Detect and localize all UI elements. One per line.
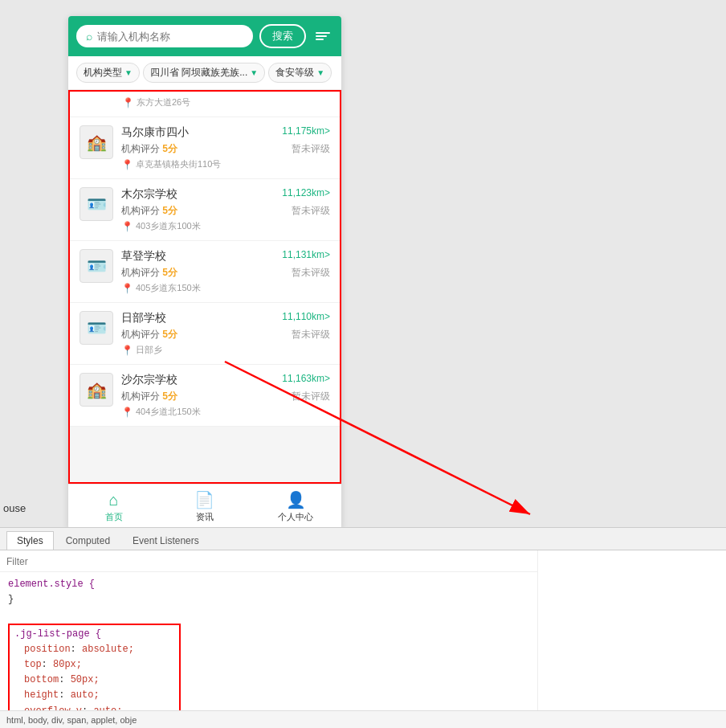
item-address: 📍 日部乡 — [121, 344, 330, 356]
item-rating: 机构评分 5分 — [121, 204, 177, 218]
devtools-bottom-text: html, body, div, span, applet, obje — [6, 715, 137, 725]
item-icon: 🪪 — [80, 311, 113, 345]
item-top-row: 草登学校 11,131km> — [121, 249, 330, 264]
css-val-height: auto; — [71, 689, 100, 701]
css-prop-position: position — [24, 644, 71, 655]
search-button[interactable]: 搜索 — [259, 24, 306, 48]
list-item[interactable]: 🪪 草登学校 11,131km> 机构评分 5分 暂未评级 📍 405乡道东15… — [70, 241, 340, 303]
location-icon: 📍 — [121, 159, 133, 170]
nav-profile-label: 个人中心 — [278, 511, 313, 523]
item-score: 5分 — [162, 205, 177, 216]
filter-grade-arrow: ▼ — [316, 68, 324, 77]
home-icon: ⌂ — [109, 491, 119, 509]
item-name: 马尔康市四小 — [121, 125, 189, 140]
tab-styles[interactable]: Styles — [6, 531, 54, 550]
devtools-tabs: Styles Computed Event Listeners — [0, 528, 726, 550]
css-line-position: position: absolute; — [14, 642, 174, 657]
list-item[interactable]: 🪪 日部学校 11,110km> 机构评分 5分 暂未评级 📍 日部乡 — [70, 303, 340, 365]
search-input-wrap: ⌕ — [76, 25, 253, 47]
item-content: 日部学校 11,110km> 机构评分 5分 暂未评级 📍 日部乡 — [121, 311, 330, 356]
item-distance: 11,163km> — [282, 373, 330, 384]
item-icon: 🏫 — [80, 373, 113, 407]
search-input[interactable] — [97, 31, 243, 43]
css-filter-input[interactable] — [6, 556, 531, 567]
item-address: 📍 405乡道东150米 — [121, 282, 330, 294]
item-content: 马尔康市四小 11,175km> 机构评分 5分 暂未评级 📍 卓克基镇格央街1… — [121, 125, 330, 170]
app-container: ⌕ 搜索 机构类型 ▼ 四川省 阿坝藏族羌族... ▼ 食安等级 ▼ 📍 东方大… — [68, 16, 341, 529]
item-distance: 11,110km> — [282, 311, 330, 322]
filter-input-row — [0, 550, 537, 572]
item-distance: 11,123km> — [282, 187, 330, 198]
filter-grade[interactable]: 食安等级 ▼ — [268, 63, 332, 83]
item-distance: 11,175km> — [282, 125, 330, 137]
item-icon: 🪪 — [80, 249, 113, 283]
css-element-style-selector: element.style { — [8, 579, 95, 590]
nav-profile[interactable]: 👤 个人中心 — [251, 485, 341, 529]
filter-grade-label: 食安等级 — [275, 66, 314, 80]
bottom-nav: ⌂ 首页 📄 资讯 👤 个人中心 — [68, 484, 341, 529]
css-jg-list-page-selector: .jg-list-page { — [14, 628, 101, 640]
tab-event-listeners[interactable]: Event Listeners — [122, 531, 210, 550]
css-code-block: element.style { } .jg-list-page { positi… — [0, 572, 537, 728]
item-rating-row: 机构评分 5分 暂未评级 — [121, 328, 330, 342]
nav-info[interactable]: 📄 资讯 — [159, 485, 250, 529]
tab-more[interactable] — [211, 542, 232, 550]
list-item[interactable]: 🏫 沙尔宗学校 11,163km> 机构评分 5分 暂未评级 📍 404乡道北1… — [70, 365, 340, 427]
list-item[interactable]: 🪪 木尔宗学校 11,123km> 机构评分 5分 暂未评级 📍 403乡道东1… — [70, 179, 340, 241]
css-line-element-style: element.style { — [8, 577, 529, 592]
nav-home-label: 首页 — [105, 511, 123, 523]
filter-region-arrow: ▼ — [250, 68, 258, 77]
info-icon: 📄 — [194, 490, 214, 509]
filter-type[interactable]: 机构类型 ▼ — [76, 63, 140, 83]
filter-type-arrow: ▼ — [124, 68, 133, 77]
css-prop-height: height — [24, 689, 59, 701]
devtools-content: element.style { } .jg-list-page { positi… — [0, 550, 726, 728]
item-name: 草登学校 — [121, 249, 166, 264]
ouse-label: ouse — [0, 501, 29, 516]
filter-region-label: 四川省 阿坝藏族羌族... — [150, 66, 247, 80]
item-top-row: 日部学校 11,110km> — [121, 311, 330, 325]
item-icon: 🏫 — [80, 125, 113, 159]
location-dot: 📍 — [122, 97, 134, 108]
nav-info-label: 资讯 — [196, 511, 214, 523]
item-top-row: 马尔康市四小 11,175km> — [121, 125, 330, 140]
item-rating: 机构评分 5分 — [121, 328, 177, 342]
search-icon: ⌕ — [86, 30, 92, 43]
item-content: 沙尔宗学校 11,163km> 机构评分 5分 暂未评级 📍 404乡道北150… — [121, 373, 330, 418]
item-rating: 机构评分 5分 — [121, 142, 177, 156]
filter-bar-line-1 — [316, 32, 330, 34]
item-rating-row: 机构评分 5分 暂未评级 — [121, 390, 330, 403]
tab-computed[interactable]: Computed — [55, 531, 120, 550]
location-icon: 📍 — [121, 221, 133, 232]
filter-bar-line-2 — [316, 35, 327, 37]
search-bar: ⌕ 搜索 — [68, 16, 341, 56]
devtools-bottom-bar: html, body, div, span, applet, obje — [0, 710, 726, 728]
item-score: 5分 — [162, 267, 177, 278]
css-line-height: height: auto; — [14, 688, 174, 703]
item-name: 木尔宗学校 — [121, 187, 177, 202]
partial-list-item: 📍 东方大道26号 — [70, 92, 340, 117]
css-brace-close-1: } — [8, 594, 14, 605]
list-area[interactable]: 📍 东方大道26号 🏫 马尔康市四小 11,175km> 机构评分 5分 暂未评… — [68, 90, 341, 484]
location-icon: 📍 — [121, 407, 133, 418]
item-food-grade: 暂未评级 — [292, 390, 330, 403]
devtools-panel: Styles Computed Event Listeners element.… — [0, 527, 726, 728]
filter-region[interactable]: 四川省 阿坝藏族羌族... ▼ — [143, 63, 265, 83]
item-rating: 机构评分 5分 — [121, 390, 177, 403]
css-prop-top: top — [24, 659, 42, 670]
css-val-position: absolute; — [82, 644, 134, 655]
list-item[interactable]: 🏫 马尔康市四小 11,175km> 机构评分 5分 暂未评级 📍 卓克基镇格央… — [70, 117, 340, 179]
nav-home[interactable]: ⌂ 首页 — [68, 485, 159, 529]
css-line-selector: .jg-list-page { — [14, 627, 174, 642]
item-top-row: 沙尔宗学校 11,163km> — [121, 373, 330, 387]
user-icon: 👤 — [286, 490, 306, 509]
item-top-row: 木尔宗学校 11,123km> — [121, 187, 330, 202]
css-line-top: top: 80px; — [14, 657, 174, 673]
filter-icon-button[interactable] — [312, 29, 333, 43]
item-rating: 机构评分 5分 — [121, 266, 177, 280]
filter-row: 机构类型 ▼ 四川省 阿坝藏族羌族... ▼ 食安等级 ▼ — [68, 56, 341, 90]
item-name: 日部学校 — [121, 311, 166, 325]
item-food-grade: 暂未评级 — [292, 266, 330, 280]
item-food-grade: 暂未评级 — [292, 328, 330, 342]
location-icon: 📍 — [121, 283, 133, 294]
